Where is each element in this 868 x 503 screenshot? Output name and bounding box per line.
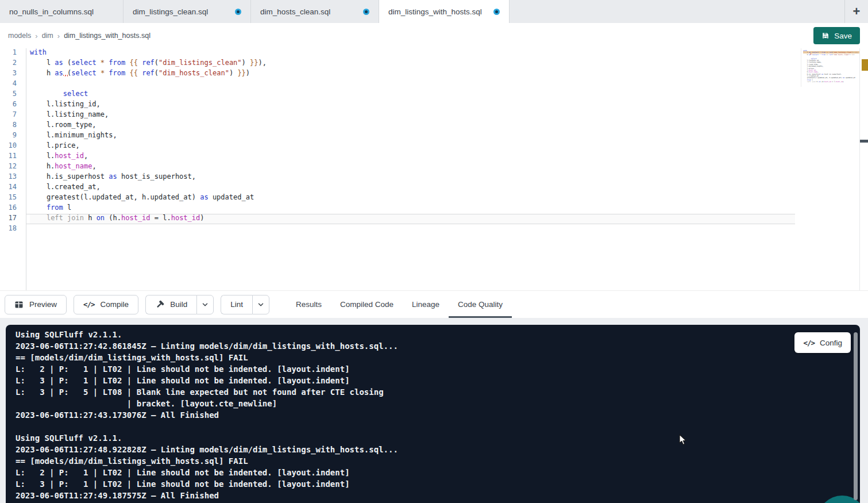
terminal-line: L: 3 | P: 1 | LT02 | Line should not be …: [16, 375, 860, 386]
ruler-warning-mark: [862, 59, 868, 71]
line-number: 14: [0, 183, 26, 193]
gutter: 123456789101112131415161718: [0, 48, 26, 290]
chevron-down-icon: [201, 301, 209, 309]
results-panel-tabs: ResultsCompiled CodeLineageCode Quality: [287, 291, 512, 318]
code-line[interactable]: h.is_superhost as host_is_superhost,: [30, 172, 795, 183]
code-line[interactable]: l.created_at,: [30, 183, 795, 193]
line-number: 3: [0, 69, 26, 79]
lint-button-group: Lint: [221, 295, 269, 314]
line-number: 13: [0, 172, 26, 183]
code-line[interactable]: l.listing_name,: [30, 110, 795, 121]
terminal-line: L: 2 | P: 1 | LT02 | Line should not be …: [16, 467, 860, 478]
code-icon: </>: [83, 300, 95, 309]
tab-label: no_nulls_in_columns.sql: [9, 7, 94, 16]
terminal-line: == [models/dim/dim_listings_with_hosts.s…: [16, 352, 860, 363]
terminal-line: == [models/dim/dim_listings_with_hosts.s…: [16, 455, 860, 467]
save-icon: [821, 32, 830, 40]
line-number: 8: [0, 121, 26, 131]
terminal-output: Using SQLFluff v2.1.1.2023-06-06T11:27:4…: [6, 325, 860, 501]
tab-list: no_nulls_in_columns.sqldim_listings_clea…: [0, 0, 510, 23]
code-line[interactable]: l.listing_id,: [30, 100, 795, 110]
breadcrumb: models›dim›dim_listings_with_hosts.sql: [8, 32, 151, 40]
compile-button[interactable]: </> Compile: [74, 295, 138, 314]
line-number: 1: [0, 48, 26, 59]
line-number: 12: [0, 162, 26, 172]
save-button[interactable]: Save: [813, 27, 860, 44]
code-line[interactable]: l.host_id,: [30, 152, 795, 162]
lint-button[interactable]: Lint: [221, 295, 252, 314]
code-line[interactable]: [30, 224, 795, 235]
panel-tab-results[interactable]: Results: [287, 291, 331, 318]
line-number: 15: [0, 193, 26, 203]
tab-dim-listings-with-hosts-sql[interactable]: dim_listings_with_hosts.sql: [379, 0, 510, 23]
panel-tab-code-quality[interactable]: Code Quality: [449, 291, 512, 318]
terminal-line: L: 3 | P: 5 | LT08 | Blank line expected…: [16, 386, 860, 398]
code-line[interactable]: l as (select * from {{ ref("dim_listings…: [30, 59, 795, 69]
line-number: 2: [0, 59, 26, 69]
code-line[interactable]: left join h on (h.host_id = l.host_id): [30, 214, 795, 224]
terminal-panel: Using SQLFluff v2.1.1.2023-06-06T11:27:4…: [6, 325, 860, 503]
unsaved-changes-icon: [363, 9, 369, 15]
minimap-line: h as (select * from {{ ref("dim_hosts_cl…: [803, 53, 859, 55]
breadcrumb-separator-icon: ›: [57, 32, 60, 40]
code-icon: </>: [803, 339, 815, 347]
lint-dropdown-button[interactable]: [252, 295, 269, 314]
build-button-group: Build: [145, 295, 214, 314]
table-icon: [14, 300, 24, 309]
mouse-cursor: [677, 434, 688, 448]
tab-dim-hosts-clean-sql[interactable]: dim_hosts_clean.sql: [251, 0, 379, 23]
compile-button-label: Compile: [101, 300, 129, 309]
unsaved-changes-icon: [235, 9, 241, 15]
code-line[interactable]: l.minimum_nights,: [30, 131, 795, 141]
line-number: 10: [0, 141, 26, 152]
code-line[interactable]: h as (select * from {{ ref("dim_hosts_cl…: [30, 69, 795, 79]
code-line[interactable]: [30, 79, 795, 90]
new-tab-area: +: [844, 0, 868, 23]
overview-ruler: [859, 48, 868, 290]
line-number: 9: [0, 131, 26, 141]
new-tab-button[interactable]: +: [853, 5, 861, 18]
line-number: 4: [0, 79, 26, 90]
code-line[interactable]: l.room_type,: [30, 121, 795, 131]
code-line[interactable]: h.host_name,: [30, 162, 795, 172]
terminal-line: | bracket. [layout.cte_newline]: [16, 398, 860, 409]
terminal-line: Using SQLFluff v2.1.1.: [16, 432, 860, 444]
breadcrumb-segment-dim[interactable]: dim: [42, 32, 53, 40]
terminal-line: 2023-06-06T11:27:48.922828Z — Linting mo…: [16, 444, 860, 455]
config-button[interactable]: </> Config: [794, 332, 851, 353]
tab-label: dim_hosts_clean.sql: [260, 7, 330, 16]
tab-dim-listings-clean-sql[interactable]: dim_listings_clean.sql: [124, 0, 251, 23]
code-line[interactable]: select: [30, 90, 795, 100]
tab-label: dim_listings_clean.sql: [133, 7, 208, 16]
breadcrumb-segment-models[interactable]: models: [8, 32, 31, 40]
code-line[interactable]: with: [30, 48, 795, 59]
minimap[interactable]: with l as (select * from {{ ref("dim_lis…: [801, 48, 859, 87]
terminal-line: 2023-06-06T11:27:43.173076Z — All Finish…: [16, 409, 860, 421]
code-line[interactable]: greatest(l.updated_at, h.updated_at) as …: [30, 193, 795, 203]
code-editor[interactable]: 123456789101112131415161718 with l as (s…: [0, 48, 868, 290]
preview-button[interactable]: Preview: [5, 295, 67, 314]
build-button[interactable]: Build: [145, 295, 196, 314]
terminal-line: 2023-06-06T11:27:42.861845Z — Linting mo…: [16, 340, 860, 352]
line-number: 16: [0, 203, 26, 214]
lint-button-label: Lint: [230, 300, 243, 309]
breadcrumb-bar: models›dim›dim_listings_with_hosts.sql S…: [0, 23, 868, 48]
panel-tab-lineage[interactable]: Lineage: [403, 291, 449, 318]
console-area: Using SQLFluff v2.1.1.2023-06-06T11:27:4…: [0, 318, 868, 503]
tab-no-nulls-in-columns-sql[interactable]: no_nulls_in_columns.sql: [0, 0, 124, 23]
terminal-scrollbar[interactable]: [854, 332, 858, 500]
breadcrumb-segment-dim-listings-with-hosts-sql[interactable]: dim_listings_with_hosts.sql: [64, 32, 151, 40]
code-line[interactable]: from l: [30, 203, 795, 214]
line-number: 17: [0, 214, 26, 224]
line-number: 7: [0, 110, 26, 121]
line-number: 5: [0, 90, 26, 100]
chevron-down-icon: [257, 301, 265, 309]
build-dropdown-button[interactable]: [196, 295, 214, 314]
terminal-line: [16, 421, 860, 432]
panel-tab-compiled-code[interactable]: Compiled Code: [331, 291, 403, 318]
config-button-label: Config: [820, 339, 842, 347]
code-line[interactable]: l.price,: [30, 141, 795, 152]
hammer-icon: [155, 300, 164, 309]
terminal-line: L: 2 | P: 1 | LT02 | Line should not be …: [16, 363, 860, 375]
minimap-content: with l as (select * from {{ ref("dim_lis…: [803, 49, 859, 85]
